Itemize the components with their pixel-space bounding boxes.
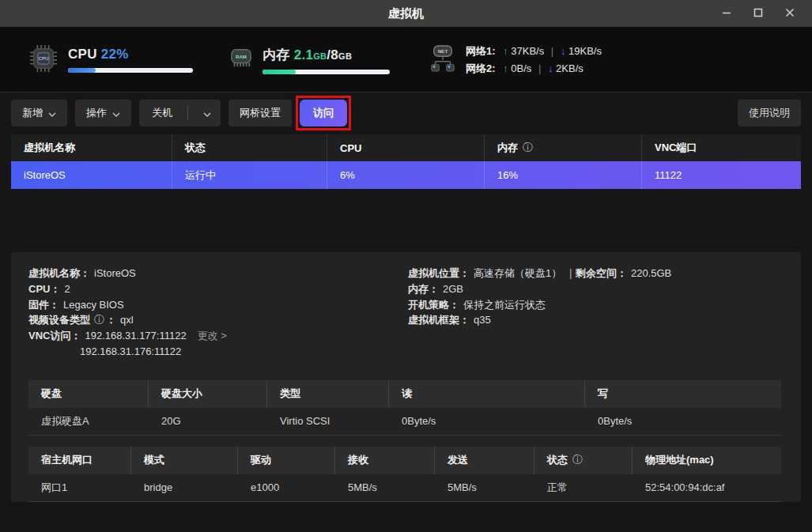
net-header-driver: 驱动 (238, 447, 335, 474)
disk-cell-name: 虚拟硬盘A (28, 408, 149, 435)
memory-progress-track (262, 70, 390, 74)
vm-header-memory: 内存 ⓘ (485, 134, 642, 161)
stats-strip: CPU CPU 22% RAM (0, 27, 812, 92)
network-stat: NET 网络1: ↑ 37KB/s | ↓ 19KB/s (429, 27, 602, 92)
free-space-value: 220.5GB (631, 266, 671, 281)
cpu-progress-track (68, 68, 193, 73)
info-icon[interactable]: ⓘ (523, 141, 533, 155)
disk-cell-read: 0Byte/s (389, 408, 585, 435)
cpu-value: 2 (64, 281, 70, 297)
detail-firmware: 固件： Legacy BIOS (28, 297, 408, 313)
memory-stat: RAM 内存 2.1GB/8GB (229, 27, 390, 92)
location-pipe: ｜ (565, 266, 576, 281)
access-button[interactable]: 访问 (300, 100, 347, 126)
vm-cell-memory: 16% (485, 161, 642, 189)
boot-policy-label: 开机策略： (408, 297, 459, 313)
net-chip-icon: NET (429, 43, 456, 77)
info-icon[interactable]: ⓘ (572, 453, 583, 467)
help-button[interactable]: 使用说明 (738, 100, 801, 126)
title-bar: 虚拟机 (0, 0, 812, 27)
net-header-mode: 模式 (131, 447, 238, 474)
disk-header-write: 写 (585, 380, 781, 408)
network1-line: 网络1: ↑ 37KB/s | ↓ 19KB/s (466, 44, 602, 58)
network-table: 宿主机网口 模式 驱动 接收 发送 状态 ⓘ 物理地址(mac) 网口1 bri… (28, 447, 781, 502)
memory-value: 2GB (443, 281, 463, 297)
network1-label: 网络1: (466, 45, 496, 57)
maximize-button[interactable] (742, 0, 774, 27)
memory-label: 内存 (262, 47, 290, 62)
ram-chip-icon: RAM (229, 46, 253, 74)
shutdown-button[interactable]: 关机 (139, 106, 182, 120)
bridge-settings-label: 网桥设置 (240, 106, 281, 120)
cpu-label: CPU： (28, 281, 60, 297)
location-value: 高速存储（硬盘1） (474, 266, 561, 281)
add-button-label: 新增 (22, 106, 43, 120)
network-table-header: 宿主机网口 模式 驱动 接收 发送 状态 ⓘ 物理地址(mac) (28, 447, 781, 474)
cpu-value: 22% (101, 47, 129, 62)
disk-cell-size: 20G (149, 408, 267, 435)
detail-location: 虚拟机位置： 高速存储（硬盘1） ｜ 剩余空间： 220.5GB (408, 266, 671, 281)
vm-details-panel: 虚拟机名称： iStoreOS CPU： 2 固件： Legacy BIOS 视… (11, 252, 801, 502)
detail-memory: 内存： 2GB (408, 281, 671, 297)
svg-text:RAM: RAM (236, 53, 247, 58)
info-icon[interactable]: ⓘ (94, 312, 104, 328)
vm-row-istoreos[interactable]: iStoreOS 运行中 6% 16% 11122 (11, 161, 801, 189)
vm-header-cpu: CPU (327, 134, 485, 161)
net-header-rx: 接收 (335, 447, 435, 474)
vm-manager-window: 虚拟机 (0, 0, 812, 532)
upload-arrow-icon: ↑ (503, 62, 508, 74)
minimize-button[interactable] (711, 0, 742, 27)
network2-line: 网络2: ↑ 0B/s | ↓ 2KB/s (466, 62, 602, 76)
vnc-address-1: 192.168.31.177:11122 (85, 328, 186, 344)
detail-right-column: 虚拟机位置： 高速存储（硬盘1） ｜ 剩余空间： 220.5GB 内存： 2GB… (408, 266, 671, 360)
net-cell-driver: e1000 (238, 474, 335, 501)
detail-vnc-access: VNC访问： 192.168.31.177:11122 更改 > (28, 328, 408, 344)
upload-arrow-icon: ↑ (503, 45, 508, 57)
net-cell-port: 网口1 (28, 474, 131, 501)
memory-used-unit: GB (313, 51, 327, 61)
disk-cell-write: 0Byte/s (585, 408, 781, 435)
vm-name-value: iStoreOS (94, 266, 136, 281)
window-controls (711, 0, 806, 27)
close-button[interactable] (774, 0, 806, 27)
vm-cell-status: 运行中 (172, 161, 327, 189)
disk-row: 虚拟硬盘A 20G Virtio SCSI 0Byte/s 0Byte/s (28, 408, 781, 436)
cpu-stat: CPU CPU 22% (28, 27, 193, 92)
detail-boot-policy: 开机策略： 保持之前运行状态 (408, 297, 671, 313)
disk-table-header: 硬盘 硬盘大小 类型 读 写 (28, 380, 781, 408)
video-device-value: qxl (120, 312, 134, 328)
window-title: 虚拟机 (388, 6, 424, 21)
detail-left-column: 虚拟机名称： iStoreOS CPU： 2 固件： Legacy BIOS 视… (28, 266, 408, 360)
net-cell-rx: 5MB/s (335, 474, 435, 501)
close-icon (785, 6, 795, 21)
divider: | (538, 62, 541, 74)
video-device-label: 视频设备类型 (28, 312, 90, 328)
download-arrow-icon: ↓ (561, 45, 566, 57)
vm-header-name-label: 虚拟机名称 (24, 141, 75, 155)
bridge-settings-button[interactable]: 网桥设置 (228, 100, 292, 126)
vm-header-cpu-label: CPU (340, 142, 361, 154)
vm-cell-cpu: 6% (327, 161, 485, 189)
net-cell-mode: bridge (131, 474, 238, 501)
vnc-address-2: 192.168.31.176:11122 (80, 344, 181, 360)
help-button-label: 使用说明 (749, 106, 790, 120)
memory-used: 2.1 (294, 47, 314, 62)
network2-up: 0B/s (511, 62, 531, 74)
vm-cell-name: iStoreOS (11, 161, 172, 189)
chevron-down-icon (48, 108, 56, 119)
add-button[interactable]: 新增 (11, 100, 67, 126)
boot-policy-value: 保持之前运行状态 (463, 297, 546, 313)
detail-vm-name: 虚拟机名称： iStoreOS (28, 266, 408, 281)
vm-header-vnc-label: VNC端口 (655, 141, 697, 155)
location-label: 虚拟机位置： (408, 266, 470, 281)
disk-header-size: 硬盘大小 (149, 380, 267, 408)
memory-label: 内存： (408, 281, 439, 297)
net-header-port: 宿主机网口 (28, 447, 131, 474)
chevron-down-icon (203, 108, 211, 119)
net-header-status-label: 状态 (547, 453, 568, 467)
operate-button[interactable]: 操作 (75, 100, 131, 126)
download-arrow-icon: ↓ (548, 62, 553, 74)
shutdown-menu-button[interactable] (194, 100, 221, 126)
vm-header-name: 虚拟机名称 (11, 134, 172, 161)
change-vnc-link[interactable]: 更改 > (198, 328, 227, 344)
